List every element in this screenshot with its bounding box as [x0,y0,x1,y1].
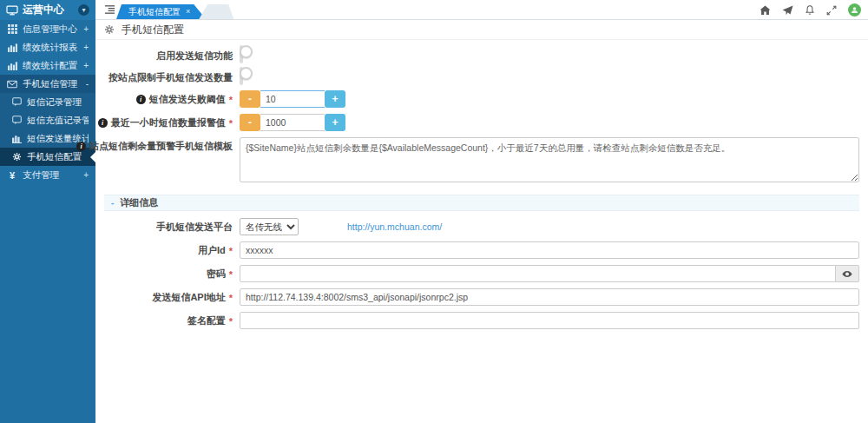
site-limit-toggle[interactable] [240,67,243,85]
sidebar-item-info-center[interactable]: 信息管理中心 + [0,20,95,38]
tab-sms-config[interactable]: 手机短信配置 × [116,4,206,19]
fail-threshold-stepper: - + [240,90,345,108]
required-star: * [229,95,233,105]
enable-sms-toggle[interactable] [240,45,243,63]
home-icon[interactable] [760,5,771,16]
field-label: 启用发送短信功能 [104,47,233,63]
envelope-icon [7,80,17,89]
form-row-signature: 签名配置 * [104,312,859,329]
section-detail-info[interactable]: - 详细信息 [104,195,859,211]
info-circle-icon: i [76,142,86,151]
sidebar-header: 运营中心 ▾ [0,0,95,20]
sidebar: 运营中心 ▾ 信息管理中心 + 绩效统计报表 + 绩效统计配置 + [0,0,95,423]
bell-icon[interactable] [805,4,815,16]
plus-button[interactable]: + [325,90,345,108]
paper-plane-icon[interactable] [782,5,793,16]
field-label: i 站点短信剩余量预警手机短信模板 [104,137,233,153]
api-url-input[interactable] [240,288,859,306]
sidebar-item-label: 绩效统计报表 [23,42,78,54]
field-label: 密码 * [104,265,233,281]
expand-icon[interactable] [826,5,837,16]
password-input[interactable] [240,265,836,282]
required-star: * [229,293,233,303]
template-textarea[interactable]: {$SiteName}站点短信剩余数量是{$AvailableMessageCo… [240,137,859,182]
info-circle-icon: i [136,95,146,104]
field-label: i 短信发送失败阈值 * [104,90,233,106]
close-icon[interactable]: × [186,4,190,19]
section-title: 详细信息 [120,196,158,209]
collapse-minus-icon: - [111,198,114,208]
field-label: 按站点限制手机短信发送数量 [104,69,233,84]
page-header: 手机短信配置 [95,20,868,40]
avatar[interactable] [848,3,861,17]
field-label: 手机短信发送平台 [104,218,233,234]
bar-chart-icon [11,134,22,143]
minus-button[interactable]: - [240,90,260,108]
field-label: 发送短信API地址 * [104,288,233,304]
app-title: 运营中心 [23,3,64,17]
tab-label: 手机短信配置 [128,4,181,19]
user-id-input[interactable] [240,241,859,259]
comment-icon [11,116,22,125]
sidebar-item-sms-recharge[interactable]: 短信充值记录管理 [0,111,95,129]
bar-chart-icon [7,61,17,70]
yen-icon: ¥ [7,170,17,181]
sidebar-item-sms-manage[interactable]: 手机短信管理 - [0,75,95,93]
sidebar-item-payment[interactable]: ¥ 支付管理 + [0,166,95,184]
expand-plus-icon: + [83,43,89,52]
form-row-user-id: 用户Id * [104,241,859,259]
outdent-icon[interactable] [104,4,115,15]
minus-button[interactable]: - [240,114,260,131]
required-star: * [229,316,233,327]
required-star: * [229,269,233,280]
page-title: 手机短信配置 [122,23,184,37]
required-star: * [229,246,233,256]
sidebar-item-sms-records[interactable]: 短信记录管理 [0,93,95,111]
sidebar-item-label: 信息管理中心 [23,23,78,36]
topbar: 手机短信配置 × [95,0,868,20]
toggle-knob [240,67,253,80]
tab-bar: 手机短信配置 × [116,0,233,19]
required-star: * [229,118,233,129]
sidebar-submenu-sms: 短信记录管理 短信充值记录管理 短信发送量统计 [0,93,95,166]
sidebar-item-label: 支付管理 [23,169,78,182]
fail-threshold-input[interactable] [260,90,325,108]
form-row-enable-sms: 启用发送短信功能 [104,47,859,63]
grid-icon [7,24,17,34]
hourly-alarm-stepper: - + [240,114,345,131]
sms-config-form: 启用发送短信功能 按站点限制手机短信发送数量 i 短信发送失败阈值 * - + [95,40,868,423]
bar-chart-icon [7,43,17,52]
sidebar-nav: 信息管理中心 + 绩效统计报表 + 绩效统计配置 + 手机短信管理 - [0,20,95,184]
sidebar-item-label: 绩效统计配置 [23,60,78,72]
sidebar-item-perf-report[interactable]: 绩效统计报表 + [0,38,95,56]
field-label: 签名配置 * [104,312,233,327]
expand-plus-icon: + [83,61,89,70]
gear-icon [104,24,115,35]
tab-ghost [199,4,233,19]
password-group [240,265,859,282]
comment-icon [11,97,22,107]
field-label: 用户Id * [104,241,233,257]
form-row-template: i 站点短信剩余量预警手机短信模板 {$SiteName}站点短信剩余数量是{$… [104,137,859,186]
hourly-alarm-input[interactable] [260,114,325,131]
collapse-minus-icon: - [86,79,89,89]
eye-icon[interactable] [836,265,859,282]
form-row-api-url: 发送短信API地址 * [104,288,859,306]
form-row-fail-threshold: i 短信发送失败阈值 * - + [104,90,859,108]
sidebar-item-label: 手机短信配置 [27,151,89,163]
topbar-actions [760,0,861,20]
form-row-site-limit: 按站点限制手机短信发送数量 [104,69,859,84]
sidebar-item-perf-config[interactable]: 绩效统计配置 + [0,56,95,75]
monitor-icon [6,5,18,16]
field-label: i 最近一小时短信数量报警值 * [104,114,233,129]
main-content: 手机短信配置 × [95,0,868,423]
signature-input[interactable] [240,312,859,329]
gear-icon [11,152,22,162]
toggle-knob [240,45,253,58]
info-circle-icon: i [98,118,108,128]
form-row-password: 密码 * [104,265,859,282]
plus-button[interactable]: + [325,114,345,131]
platform-link[interactable]: http://yun.mchuan.com/ [347,218,442,235]
sidebar-collapse-button[interactable]: ▾ [78,4,89,16]
platform-select[interactable]: 名传无线 [240,218,299,235]
